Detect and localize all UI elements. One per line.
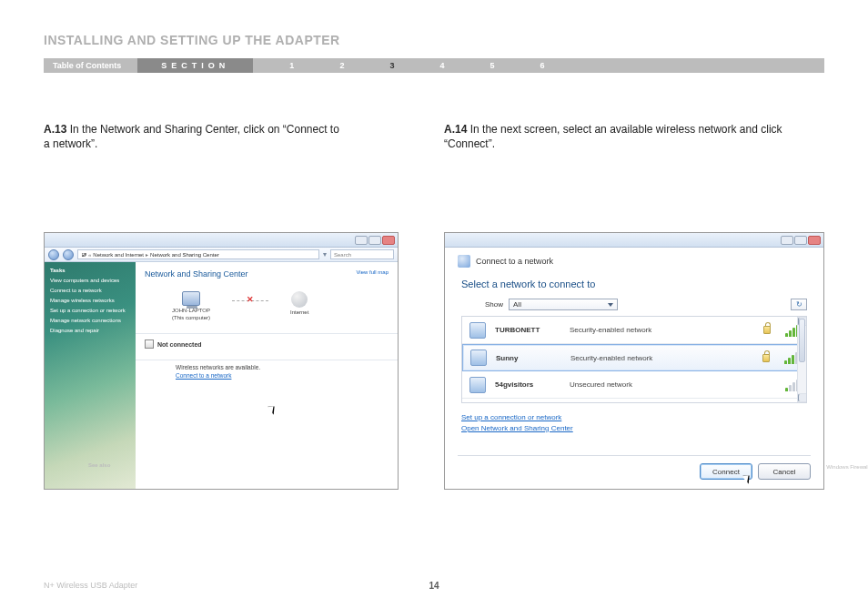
close-button[interactable] [808, 236, 821, 245]
section-5[interactable]: 5 [490, 61, 494, 70]
section-6[interactable]: 6 [540, 61, 544, 70]
scrollbar[interactable] [797, 317, 806, 402]
sidebar-item-view-computers[interactable]: View computers and devices [50, 278, 130, 283]
node-name: Internet [290, 309, 308, 315]
network-security: Security-enabled network [570, 354, 757, 362]
forward-button[interactable] [63, 249, 74, 260]
breadcrumb-root-icon: 🖳 [81, 252, 86, 258]
sidebar-item-manage-connections[interactable]: Manage network connections [50, 318, 130, 323]
computer-icon [182, 291, 200, 306]
cursor-icon [745, 473, 753, 484]
connect-button[interactable]: Connect [700, 463, 752, 480]
refresh-button[interactable]: ↻ [791, 299, 807, 310]
connect-to-network-link[interactable]: Connect to a network [176, 372, 389, 379]
not-connected-row: Not connected [145, 338, 389, 356]
show-dropdown[interactable]: All [509, 299, 618, 310]
cursor-icon [270, 404, 278, 415]
window-connect-to-network: Connect to a network Select a network to… [444, 232, 824, 490]
breadcrumb-sep: ▸ [146, 251, 148, 258]
network-row[interactable]: Sunny Security-enabled network [462, 344, 806, 371]
explorer-toolbar: 🖳 « Network and Internet ▸ Network and S… [45, 248, 398, 262]
dialog-buttons: Connect Cancel [458, 455, 811, 480]
page-footer: N+ Wireless USB Adapter 14 [44, 581, 824, 590]
step-text: In the Network and Sharing Center, click… [44, 123, 339, 150]
network-map: JOHN-LAPTOP (This computer) ✕ Internet [145, 288, 389, 329]
window-title: Connect to a network [476, 257, 553, 266]
network-row[interactable]: 54gvisitors Unsecured network [462, 371, 806, 399]
window-network-sharing-center: 🖳 « Network and Internet ▸ Network and S… [44, 232, 399, 490]
search-input[interactable]: Search [330, 249, 394, 259]
sidebar-seealso-windows-firewall[interactable]: Windows Firewall [826, 464, 868, 470]
globe-icon [291, 291, 308, 308]
network-icon [469, 322, 486, 339]
scroll-down-button[interactable] [798, 393, 807, 402]
maximize-button[interactable] [368, 236, 381, 245]
sidebar-item-manage-wireless[interactable]: Manage wireless networks [50, 298, 130, 303]
show-value: All [513, 300, 521, 309]
show-label: Show [485, 300, 503, 309]
network-icon [470, 350, 487, 366]
network-security: Unsecured network [570, 380, 776, 389]
divider [136, 360, 398, 360]
bottom-links: Set up a connection or network Open Netw… [461, 412, 807, 433]
not-connected-icon [145, 339, 154, 349]
lock-icon [763, 326, 771, 334]
network-name: TURBONETT [495, 326, 560, 334]
minimize-button[interactable] [355, 236, 368, 245]
back-button[interactable] [48, 249, 59, 260]
network-name: Sunny [496, 354, 561, 362]
footer-product: N+ Wireless USB Adapter [44, 581, 137, 590]
section-nav: Table of Contents SECTION 1 2 3 4 5 6 [44, 58, 824, 73]
breadcrumb[interactable]: 🖳 « Network and Internet ▸ Network and S… [77, 249, 319, 259]
close-button[interactable] [382, 236, 395, 245]
page-title: INSTALLING AND SETTING UP THE ADAPTER [44, 33, 340, 47]
maximize-button[interactable] [794, 236, 807, 245]
step-number: A.13 [44, 123, 66, 136]
sidebar-item-diagnose[interactable]: Diagnose and repair [50, 328, 130, 333]
step-a14: A.14 In the next screen, select an avail… [444, 122, 790, 151]
scroll-thumb[interactable] [799, 319, 805, 362]
breadcrumb-divider: ▾ [323, 250, 327, 258]
step-a13: A.13 In the Network and Sharing Center, … [44, 122, 344, 151]
sidebar-item-setup-connection[interactable]: Set up a connection or network [50, 308, 130, 313]
toc-link[interactable]: Table of Contents [44, 61, 137, 70]
wireless-available: Wireless networks are available. Connect… [145, 364, 389, 379]
network-security: Security-enabled network [570, 326, 758, 334]
show-filter-row: Show All ↻ [485, 299, 807, 310]
view-full-map-link[interactable]: View full map [356, 269, 389, 275]
seealso-header: See also [88, 462, 110, 468]
node-this-computer: JOHN-LAPTOP (This computer) [172, 291, 210, 320]
titlebar [445, 233, 823, 248]
network-icon [458, 255, 470, 268]
chevron-down-icon [608, 303, 613, 307]
network-row[interactable]: TURBONETT Security-enabled network [462, 317, 806, 344]
network-list: TURBONETT Security-enabled network Sunny… [461, 316, 807, 403]
window-title-row: Connect to a network [458, 253, 811, 273]
lock-icon [762, 354, 770, 362]
section-label: SECTION [137, 58, 253, 73]
node-internet: Internet [290, 291, 308, 315]
node-sub: (This computer) [172, 315, 210, 320]
section-3[interactable]: 3 [389, 61, 394, 70]
disconnected-x-icon: ✕ [247, 295, 254, 304]
section-1[interactable]: 1 [289, 61, 294, 70]
titlebar [45, 233, 398, 248]
tasks-header: Tasks [50, 268, 130, 273]
breadcrumb-sep: « [88, 252, 91, 258]
link-setup-connection[interactable]: Set up a connection or network [461, 413, 561, 421]
section-4[interactable]: 4 [439, 61, 444, 70]
minimize-button[interactable] [781, 236, 793, 245]
sidebar-item-connect-network[interactable]: Connect to a network [50, 288, 130, 293]
divider [136, 333, 398, 334]
connect-button-label: Connect [712, 468, 740, 476]
breadcrumb-item-1[interactable]: Network and Internet [93, 252, 144, 258]
section-2[interactable]: 2 [339, 61, 344, 70]
main-heading: Network and Sharing Center [145, 269, 389, 279]
breadcrumb-item-2[interactable]: Network and Sharing Center [150, 252, 219, 258]
page-number: 14 [429, 581, 439, 591]
cancel-button[interactable]: Cancel [758, 463, 811, 480]
tasks-sidebar: Tasks View computers and devices Connect… [45, 262, 136, 489]
not-connected-label: Not connected [157, 341, 202, 348]
network-name: 54gvisitors [495, 380, 560, 389]
link-open-network-center[interactable]: Open Network and Sharing Center [461, 424, 573, 432]
